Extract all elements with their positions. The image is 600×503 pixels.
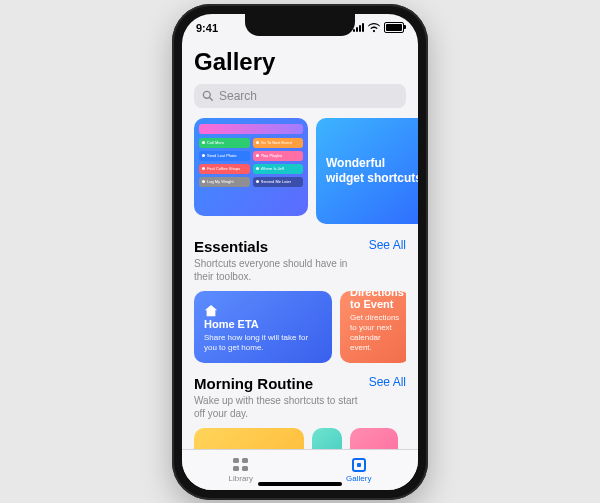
chip: Log My Weight (199, 177, 250, 187)
home-icon (204, 304, 218, 318)
chip: Go To Next Event (253, 138, 304, 148)
section-essentials: Essentials Shortcuts everyone should hav… (194, 238, 406, 363)
hero-card-title: Wonderful widget shortcuts (326, 156, 418, 185)
card-subtitle: Get directions to your next calendar eve… (350, 313, 400, 353)
section-title: Essentials (194, 238, 364, 255)
card-morning-3[interactable] (350, 428, 398, 449)
svg-rect-5 (242, 466, 248, 471)
status-time: 9:41 (196, 22, 218, 34)
notch (245, 14, 355, 36)
chip: Find Coffee Shops (199, 164, 250, 174)
chip: Send Last Photo (199, 151, 250, 161)
wifi-icon (368, 23, 380, 33)
card-morning-2[interactable] (312, 428, 342, 449)
gallery-icon (350, 457, 368, 473)
hero-card-widget[interactable]: Wonderful widget shortcuts (316, 118, 418, 224)
svg-rect-4 (233, 466, 239, 471)
iphone-frame: 9:41 Gallery Search Call MomGo To Next E (172, 4, 428, 500)
svg-line-1 (210, 98, 213, 101)
tab-library[interactable]: Library (229, 457, 253, 483)
chip: Remind Me Later (253, 177, 304, 187)
page-title: Gallery (194, 48, 406, 76)
svg-rect-7 (357, 463, 361, 467)
card-title: Directions to Event (350, 291, 400, 311)
section-subtitle: Wake up with these shortcuts to start of… (194, 394, 364, 420)
chip: Where Is Jeff (253, 164, 304, 174)
chip: Play Playlist (253, 151, 304, 161)
card-morning-1[interactable] (194, 428, 304, 449)
svg-rect-2 (233, 458, 239, 463)
tab-gallery[interactable]: Gallery (346, 457, 371, 483)
search-input[interactable]: Search (194, 84, 406, 108)
search-icon (202, 90, 213, 101)
card-title: Home ETA (204, 318, 322, 330)
see-all-link[interactable]: See All (369, 238, 406, 252)
section-subtitle: Shortcuts everyone should have in their … (194, 257, 364, 283)
card-home-eta[interactable]: Home ETA Share how long it will take for… (194, 291, 332, 363)
card-directions[interactable]: Directions to Event Get directions to yo… (340, 291, 406, 363)
battery-icon (384, 22, 404, 33)
svg-rect-3 (242, 458, 248, 463)
tab-label: Library (229, 474, 253, 483)
content[interactable]: Gallery Search Call MomGo To Next EventS… (182, 42, 418, 449)
home-indicator[interactable] (258, 482, 342, 486)
search-placeholder: Search (219, 89, 257, 103)
card-subtitle: Share how long it will take for you to g… (204, 333, 322, 353)
section-title: Morning Routine (194, 375, 364, 392)
hero-card-header (199, 124, 303, 134)
tab-label: Gallery (346, 474, 371, 483)
section-morning: Morning Routine Wake up with these short… (194, 375, 406, 449)
library-icon (232, 457, 250, 473)
hero-card-shortcuts[interactable]: Call MomGo To Next EventSend Last PhotoP… (194, 118, 308, 216)
chip: Call Mom (199, 138, 250, 148)
hero-cards[interactable]: Call MomGo To Next EventSend Last PhotoP… (194, 118, 406, 224)
see-all-link[interactable]: See All (369, 375, 406, 389)
screen: 9:41 Gallery Search Call MomGo To Next E (182, 14, 418, 490)
